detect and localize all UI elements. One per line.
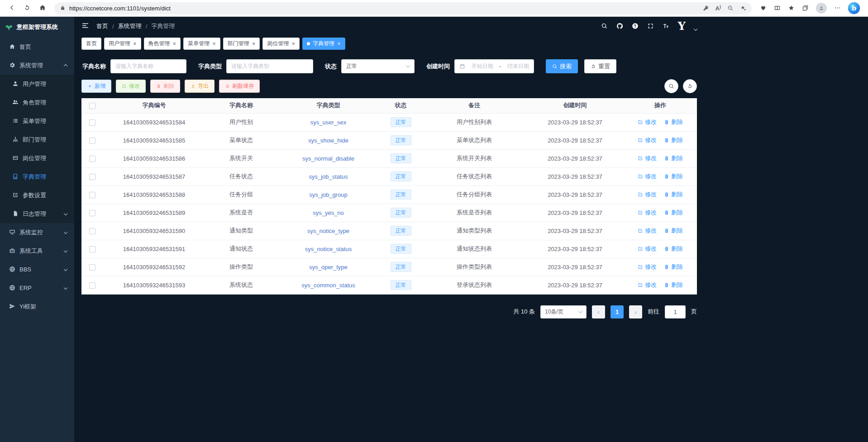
tab-3[interactable]: 菜单管理×	[183, 38, 220, 50]
page-number-1[interactable]: 1	[610, 305, 624, 318]
sidebar-item-erp[interactable]: ERP	[0, 279, 74, 297]
sidebar-item-dept[interactable]: 部门管理	[0, 130, 74, 149]
breadcrumb-item[interactable]: 首页	[96, 22, 108, 30]
more-menu-icon[interactable]	[834, 5, 841, 12]
page-size-select[interactable]: 10条/页	[540, 305, 587, 318]
goto-page-input[interactable]: 1	[665, 305, 686, 318]
row-edit-button[interactable]: 修改	[638, 209, 657, 217]
breadcrumb-item[interactable]: 系统管理	[118, 22, 142, 30]
chevron-down-icon[interactable]	[694, 27, 697, 31]
sidebar-item-user[interactable]: 用户管理	[0, 75, 74, 93]
favorites-icon[interactable]	[788, 5, 795, 12]
tab-2[interactable]: 角色管理×	[144, 38, 181, 50]
collapse-sidebar-button[interactable]	[81, 22, 89, 31]
sidebar-item-post[interactable]: 岗位管理	[0, 149, 74, 167]
dict-type-link[interactable]: sys_normal_disable	[302, 155, 354, 162]
row-checkbox[interactable]	[89, 138, 95, 144]
close-tab-icon[interactable]: ×	[337, 41, 341, 47]
dict-type-input[interactable]: 请输入字典类型	[226, 59, 313, 73]
search-button[interactable]: 搜索	[546, 59, 578, 73]
row-delete-button[interactable]: 删除	[664, 136, 683, 144]
dict-type-link[interactable]: sys_notice_type	[307, 228, 349, 234]
row-delete-button[interactable]: 删除	[664, 281, 683, 289]
prev-page-button[interactable]: ‹	[592, 305, 605, 318]
row-edit-button[interactable]: 修改	[638, 154, 657, 162]
collections-icon[interactable]	[802, 5, 809, 12]
bing-copilot-icon[interactable]: b	[848, 2, 860, 14]
dict-type-link[interactable]: sys_job_group	[309, 191, 348, 198]
tab-5[interactable]: 岗位管理×	[262, 38, 300, 50]
reset-button[interactable]: 重置	[584, 59, 616, 73]
row-edit-button[interactable]: 修改	[638, 190, 657, 199]
user-logo[interactable]: Y	[678, 21, 686, 32]
dict-type-link[interactable]: sys_oper_type	[309, 264, 348, 271]
dict-name-input[interactable]: 请输入字典名称	[110, 59, 186, 73]
fullscreen-icon[interactable]	[647, 23, 654, 30]
tab-6[interactable]: 字典管理×	[302, 38, 345, 50]
row-delete-button[interactable]: 删除	[664, 209, 683, 217]
sidebar-item-bbs[interactable]: BBS	[0, 260, 74, 279]
row-checkbox[interactable]	[89, 119, 95, 126]
browser-refresh-button[interactable]	[20, 1, 34, 15]
row-edit-button[interactable]: 修改	[638, 172, 657, 181]
row-checkbox[interactable]	[89, 282, 95, 289]
row-edit-button[interactable]: 修改	[638, 136, 657, 144]
select-all-checkbox[interactable]	[89, 103, 95, 109]
sidebar-item-role[interactable]: 角色管理	[0, 93, 74, 112]
export-button[interactable]: 导出	[185, 80, 215, 93]
sidebar-item-log[interactable]: 日志管理	[0, 204, 74, 223]
refresh-cache-button[interactable]: 刷新缓存	[219, 80, 260, 93]
browser-home-button[interactable]	[35, 1, 50, 15]
sidebar-item-home[interactable]: 首页	[0, 38, 74, 56]
row-delete-button[interactable]: 删除	[664, 118, 683, 126]
row-checkbox[interactable]	[89, 264, 95, 271]
github-icon[interactable]	[616, 23, 623, 30]
tab-4[interactable]: 部门管理×	[223, 38, 260, 50]
refresh-table-button[interactable]	[683, 79, 697, 93]
row-delete-button[interactable]: 删除	[664, 263, 683, 271]
sidebar-item-menu[interactable]: 菜单管理	[0, 112, 74, 130]
header-search-icon[interactable]	[601, 23, 608, 30]
browser-essentials-icon[interactable]	[760, 5, 767, 12]
read-aloud-icon[interactable]: A)	[715, 5, 721, 12]
close-tab-icon[interactable]: ×	[212, 41, 216, 47]
tab-1[interactable]: 用户管理×	[104, 38, 141, 50]
tab-0[interactable]: 首页	[81, 38, 101, 50]
sidebar-item-dict[interactable]: 字典管理	[0, 167, 74, 186]
row-checkbox[interactable]	[89, 174, 95, 180]
sidebar-item-tool[interactable]: 系统工具	[0, 242, 74, 260]
add-button[interactable]: 新增	[81, 80, 111, 93]
close-tab-icon[interactable]: ×	[133, 41, 137, 47]
next-page-button[interactable]: ›	[629, 305, 642, 318]
row-delete-button[interactable]: 删除	[664, 227, 683, 235]
url-bar[interactable]: https://ccnetcore.com:1101/system/dict A…	[54, 2, 752, 14]
password-key-icon[interactable]	[703, 5, 709, 12]
delete-button[interactable]: 删除	[150, 80, 180, 93]
row-delete-button[interactable]: 删除	[664, 190, 683, 199]
row-checkbox[interactable]	[89, 246, 95, 252]
row-edit-button[interactable]: 修改	[638, 227, 657, 235]
app-logo[interactable]: 意框架管理系统	[0, 17, 74, 38]
sidebar-item-system[interactable]: 系统管理	[0, 56, 74, 75]
dict-type-link[interactable]: sys_notice_status	[305, 246, 352, 252]
sidebar-item-yi[interactable]: Yi框架	[0, 297, 74, 316]
row-edit-button[interactable]: 修改	[638, 118, 657, 126]
edit-button[interactable]: 修改	[116, 80, 146, 93]
row-delete-button[interactable]: 删除	[664, 245, 683, 253]
row-delete-button[interactable]: 删除	[664, 154, 683, 162]
dict-type-link[interactable]: sys_user_sex	[310, 119, 346, 126]
row-checkbox[interactable]	[89, 156, 95, 162]
row-checkbox[interactable]	[89, 228, 95, 234]
zoom-out-icon[interactable]	[727, 5, 734, 12]
back-button[interactable]	[5, 1, 19, 15]
add-favorite-icon[interactable]	[740, 5, 746, 12]
help-icon[interactable]	[632, 23, 639, 30]
row-edit-button[interactable]: 修改	[638, 281, 657, 289]
close-tab-icon[interactable]: ×	[252, 41, 256, 47]
dict-type-link[interactable]: sys_job_status	[309, 173, 348, 180]
close-tab-icon[interactable]: ×	[291, 41, 295, 47]
row-edit-button[interactable]: 修改	[638, 263, 657, 271]
row-edit-button[interactable]: 修改	[638, 245, 657, 253]
font-size-icon[interactable]	[663, 23, 669, 30]
profile-avatar[interactable]	[816, 3, 827, 14]
